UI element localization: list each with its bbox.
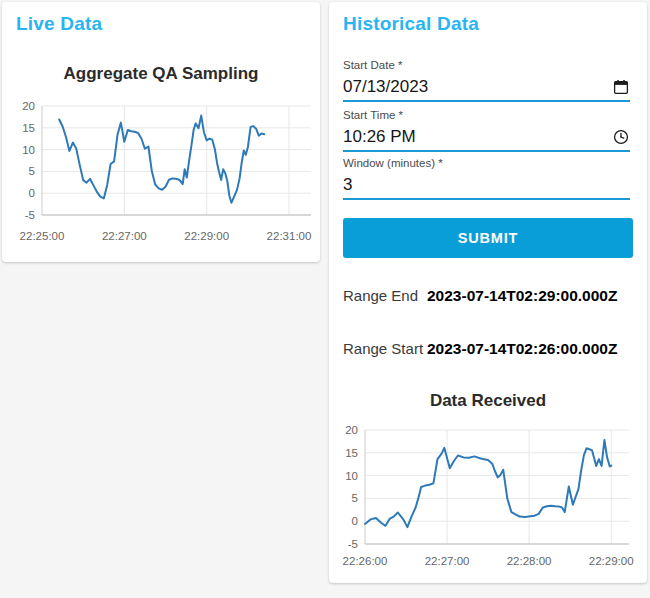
range-end-label: Range End [343,287,427,304]
svg-text:15: 15 [345,447,358,459]
live-chart-title: Aggregate QA Sampling [2,64,320,84]
live-chart: 20151050-522:25:0022:27:0022:29:0022:31:… [2,97,320,257]
clock-icon[interactable] [612,128,630,146]
start-date-field: Start Date * 07/13/2023 [343,58,630,102]
svg-text:10: 10 [345,470,358,482]
start-time-underline [343,150,630,152]
data-received-chart: 20151050-522:26:0022:27:0022:28:0022:29:… [329,417,647,582]
window-minutes-label: Window (minutes) * [343,156,630,170]
svg-text:5: 5 [352,492,358,504]
historical-panel-title: Historical Data [343,13,479,35]
svg-text:-5: -5 [25,209,35,221]
historical-data-panel: Historical Data Start Date * 07/13/2023 … [329,2,647,583]
start-date-value: 07/13/2023 [343,76,428,98]
svg-text:0: 0 [29,187,35,199]
start-date-underline [343,100,630,102]
start-time-field: Start Time * 10:26 PM [343,108,630,152]
start-date-label: Start Date * [343,58,630,72]
svg-text:22:31:00: 22:31:00 [267,230,312,242]
range-end-row: Range End 2023-07-14T02:29:00.000Z [343,287,617,305]
live-panel-title: Live Data [16,13,102,35]
range-start-label: Range Start [343,340,427,357]
svg-text:22:27:00: 22:27:00 [425,555,470,567]
svg-text:22:27:00: 22:27:00 [102,230,147,242]
start-time-value: 10:26 PM [343,126,416,148]
window-minutes-value: 3 [343,174,352,196]
live-data-panel: Live Data Aggregate QA Sampling 20151050… [2,2,320,262]
range-end-value: 2023-07-14T02:29:00.000Z [427,287,617,305]
window-minutes-input[interactable]: 3 [343,174,630,196]
svg-text:-5: -5 [348,538,358,550]
svg-text:22:28:00: 22:28:00 [507,555,552,567]
start-time-input[interactable]: 10:26 PM [343,126,630,148]
svg-text:15: 15 [22,122,35,134]
range-start-value: 2023-07-14T02:26:00.000Z [427,340,617,358]
svg-text:22:29:00: 22:29:00 [184,230,229,242]
start-time-label: Start Time * [343,108,630,122]
svg-text:20: 20 [345,424,358,436]
svg-text:5: 5 [29,165,35,177]
svg-text:20: 20 [22,100,35,112]
svg-text:0: 0 [352,515,358,527]
svg-text:22:25:00: 22:25:00 [20,230,65,242]
start-date-input[interactable]: 07/13/2023 [343,76,630,98]
window-minutes-underline [343,198,630,200]
window-minutes-field: Window (minutes) * 3 [343,156,630,200]
submit-button[interactable]: SUBMIT [343,218,633,258]
svg-text:22:26:00: 22:26:00 [343,555,388,567]
svg-text:10: 10 [22,144,35,156]
svg-text:22:29:00: 22:29:00 [589,555,634,567]
range-start-row: Range Start 2023-07-14T02:26:00.000Z [343,340,617,358]
calendar-icon[interactable] [612,78,630,96]
data-received-chart-title: Data Received [329,391,647,411]
